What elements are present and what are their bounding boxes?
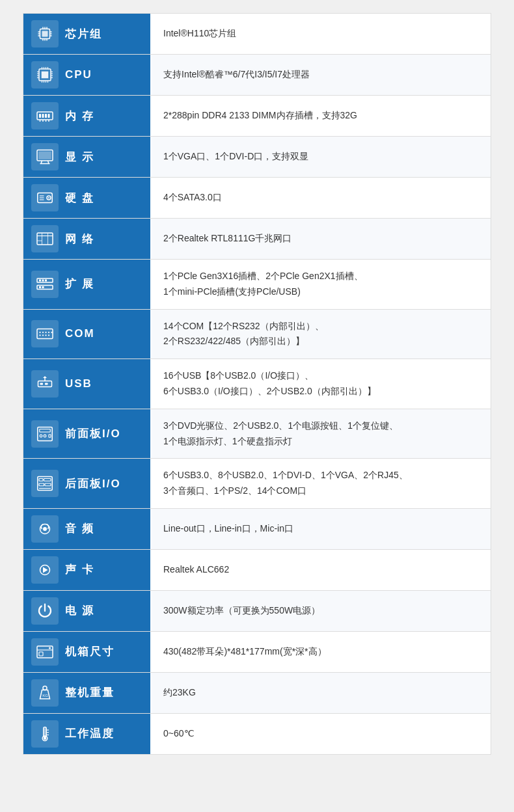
svg-rect-33 — [39, 114, 41, 118]
expansion-icon — [31, 271, 59, 298]
value-cell-power: 300W额定功率（可更换为550W电源） — [150, 591, 491, 631]
svg-rect-59 — [39, 279, 41, 281]
value-text-front-panel: 3个DVD光驱位、2个USB2.0、1个电源按钮、1个复位键、 1个电源指示灯、… — [163, 418, 398, 450]
spec-row-usb: USB16个USB【8个USB2.0（I/O接口）、 6个USB3.0（I/O接… — [23, 359, 491, 409]
label-text-usb: USB — [65, 377, 92, 390]
value-text-weight: 约23KG — [163, 685, 196, 701]
rear-panel-icon — [31, 470, 59, 497]
label-cell-weight: KG 整机重量 — [23, 673, 150, 713]
svg-rect-63 — [42, 286, 44, 288]
value-cell-rear-panel: 6个USB3.0、8个USB2.0、1个DVI-D、1个VGA、2个RJ45、 … — [150, 459, 491, 508]
label-cell-memory: 内 存 — [23, 96, 150, 136]
spec-row-com: COM14个COM【12个RS232（内部引出）、 2个RS232/422/48… — [23, 310, 491, 360]
label-text-chassis: 机箱尺寸 — [65, 644, 115, 659]
label-text-sound-card: 声 卡 — [65, 562, 94, 577]
label-text-display: 显 示 — [65, 150, 94, 165]
label-text-temperature: 工作温度 — [65, 726, 115, 741]
svg-rect-75 — [40, 383, 44, 385]
label-text-power: 电 源 — [65, 603, 94, 618]
svg-point-81 — [40, 435, 42, 437]
svg-rect-64 — [37, 329, 53, 339]
value-cell-chassis: 430(482带耳朵)*481*177mm(宽*深*高） — [150, 632, 491, 672]
value-cell-cpu: 支持Intel®酷睿™6/7代I3/I5/I7处理器 — [150, 55, 491, 95]
svg-text:KG: KG — [42, 694, 48, 697]
network-icon — [31, 225, 59, 252]
value-cell-network: 2个Realtek RTL8111G千兆网口 — [150, 219, 491, 259]
value-cell-weight: 约23KG — [150, 673, 491, 713]
svg-rect-35 — [45, 114, 47, 118]
spec-row-hdd: 硬 盘4个SATA3.0口 — [23, 178, 491, 219]
label-cell-com: COM — [23, 310, 150, 359]
front-panel-icon — [31, 420, 59, 448]
label-cell-rear-panel: 后面板I/O — [23, 459, 150, 508]
chassis-icon — [31, 638, 59, 666]
svg-rect-61 — [45, 279, 47, 281]
svg-point-67 — [45, 332, 46, 333]
label-text-memory: 内 存 — [65, 109, 94, 124]
svg-point-95 — [49, 647, 51, 649]
value-text-display: 1个VGA口、1个DVI-D口，支持双显 — [163, 149, 308, 165]
usb-icon — [31, 370, 59, 398]
svg-rect-36 — [48, 114, 50, 118]
spec-row-chipset: 芯片组Intel®H110芯片组 — [23, 14, 491, 55]
weight-icon: KG — [31, 679, 59, 707]
value-text-sound-card: Realtek ALC662 — [163, 562, 229, 578]
temperature-icon — [31, 720, 59, 748]
svg-rect-96 — [39, 652, 43, 656]
label-cell-sound-card: 声 卡 — [23, 550, 150, 590]
spec-row-weight: KG 整机重量约23KG — [23, 673, 491, 714]
svg-point-91 — [43, 527, 47, 531]
svg-rect-62 — [39, 286, 41, 288]
value-text-chipset: Intel®H110芯片组 — [163, 26, 236, 42]
label-cell-network: 网 络 — [23, 219, 150, 259]
svg-rect-85 — [39, 479, 43, 481]
svg-rect-86 — [44, 479, 51, 481]
value-text-network: 2个Realtek RTL8111G千兆网口 — [163, 231, 291, 247]
svg-rect-52 — [37, 233, 53, 245]
spec-row-rear-panel: 后面板I/O6个USB3.0、8个USB2.0、1个DVI-D、1个VGA、2个… — [23, 459, 491, 509]
value-cell-audio: Line-out口，Line-in口，Mic-in口 — [150, 509, 491, 549]
label-text-audio: 音 频 — [65, 521, 94, 536]
svg-rect-45 — [38, 152, 51, 159]
value-cell-hdd: 4个SATA3.0口 — [150, 178, 491, 218]
label-cell-chipset: 芯片组 — [23, 14, 150, 54]
spec-row-display: 显 示1个VGA口、1个DVI-D口，支持双显 — [23, 137, 491, 178]
label-cell-cpu: CPU — [23, 55, 150, 95]
label-text-hdd: 硬 盘 — [65, 191, 94, 206]
svg-rect-1 — [42, 31, 48, 37]
cpu-icon — [31, 61, 59, 88]
value-cell-com: 14个COM【12个RS232（内部引出）、 2个RS232/422/485（内… — [150, 310, 491, 359]
svg-rect-76 — [45, 383, 48, 385]
svg-rect-88 — [45, 483, 51, 486]
svg-rect-80 — [40, 429, 51, 432]
value-cell-front-panel: 3个DVD光驱位、2个USB2.0、1个电源按钮、1个复位键、 1个电源指示灯、… — [150, 409, 491, 459]
value-cell-sound-card: Realtek ALC662 — [150, 550, 491, 590]
hdd-icon — [31, 184, 59, 211]
value-text-power: 300W额定功率（可更换为550W电源） — [163, 603, 320, 619]
spec-row-temperature: 工作温度0~60℃ — [23, 714, 491, 754]
value-text-expansion: 1个PCle Gen3X16插槽、2个PCle Gen2X1插槽、 1个mini… — [163, 269, 363, 300]
label-cell-hdd: 硬 盘 — [23, 178, 150, 218]
value-cell-temperature: 0~60℃ — [150, 714, 491, 754]
value-text-cpu: 支持Intel®酷睿™6/7代I3/I5/I7处理器 — [163, 67, 310, 83]
svg-point-73 — [48, 335, 49, 336]
spec-row-chassis: 机箱尺寸430(482带耳朵)*481*177mm(宽*深*高） — [23, 632, 491, 673]
svg-point-101 — [44, 737, 47, 740]
display-icon — [31, 143, 59, 170]
label-cell-chassis: 机箱尺寸 — [23, 632, 150, 672]
value-cell-expansion: 1个PCle Gen3X16插槽、2个PCle Gen2X1插槽、 1个mini… — [150, 260, 491, 309]
spec-row-front-panel: 前面板I/O3个DVD光驱位、2个USB2.0、1个电源按钮、1个复位键、 1个… — [23, 409, 491, 459]
label-cell-front-panel: 前面板I/O — [23, 409, 150, 459]
svg-point-48 — [48, 197, 49, 198]
label-text-cpu: CPU — [65, 68, 92, 81]
label-text-weight: 整机重量 — [65, 685, 115, 700]
chipset-icon — [31, 20, 59, 47]
svg-rect-83 — [49, 434, 51, 437]
audio-icon — [31, 515, 59, 543]
label-cell-expansion: 扩 展 — [23, 260, 150, 309]
svg-point-97 — [43, 686, 47, 690]
value-cell-chipset: Intel®H110芯片组 — [150, 14, 491, 54]
spec-table: 芯片组Intel®H110芯片组 CPU支持Intel®酷睿™6/7代I3/I5… — [23, 13, 491, 755]
value-cell-usb: 16个USB【8个USB2.0（I/O接口）、 6个USB3.0（I/O接口）、… — [150, 359, 491, 409]
svg-point-66 — [42, 332, 44, 333]
